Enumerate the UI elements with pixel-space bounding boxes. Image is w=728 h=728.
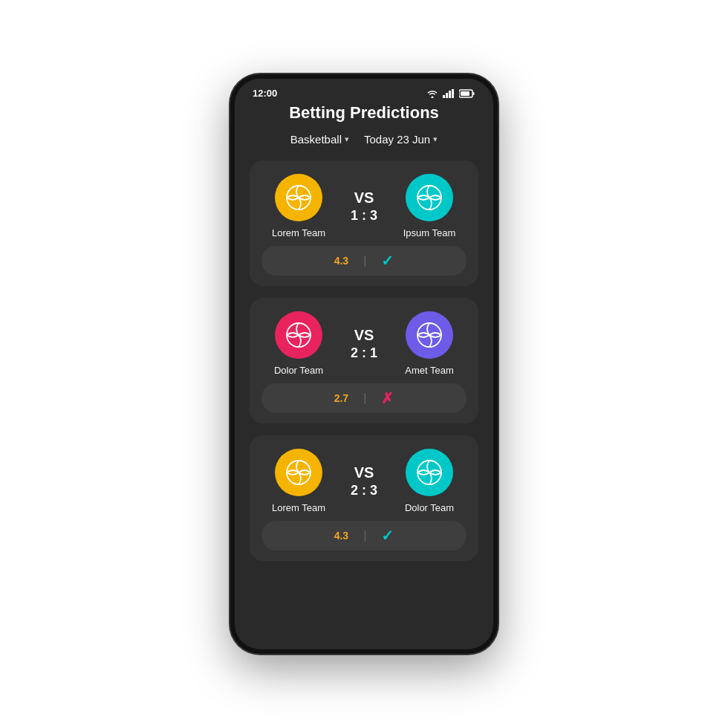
basketball-svg-6 — [415, 458, 444, 487]
team2-logo-match1 — [406, 174, 453, 221]
basketball-svg-4 — [415, 320, 444, 350]
screen-content: Betting Predictions Basketball ▾ Today 2… — [235, 103, 493, 649]
page-title: Betting Predictions — [250, 103, 478, 123]
basketball-svg-2 — [415, 183, 444, 212]
match-footer-1: 4.3 | ✓ — [261, 246, 467, 276]
status-icons — [426, 89, 475, 98]
score-match2: 2 : 1 — [351, 345, 377, 361]
basketball-svg-3 — [284, 320, 313, 350]
score-match1: 1 : 3 — [351, 208, 377, 224]
battery-icon — [459, 89, 475, 98]
divider-match2: | — [363, 391, 366, 405]
match-card-1: Lorem Team VS 1 : 3 — [250, 160, 478, 286]
team2-logo-match3 — [406, 449, 453, 496]
result-match2: ✗ — [381, 389, 394, 407]
match-list: Lorem Team VS 1 : 3 — [250, 160, 478, 561]
filters-row: Basketball ▾ Today 23 Jun ▾ — [250, 133, 478, 146]
match-teams-2: Dolor Team VS 2 : 1 — [261, 311, 467, 376]
match-teams-3: Lorem Team VS 2 : 3 — [261, 449, 467, 513]
team1-logo-match2 — [275, 311, 322, 359]
phone-frame: 12:00 Betting Pred — [230, 74, 498, 654]
team1-logo-match1 — [275, 174, 322, 221]
vs-label-match2: VS — [354, 327, 374, 344]
status-bar: 12:00 — [235, 79, 493, 103]
divider-match1: | — [363, 254, 366, 267]
match-footer-2: 2.7 | ✗ — [261, 383, 467, 413]
team1-match2: Dolor Team — [261, 311, 336, 376]
svg-rect-1 — [446, 93, 448, 98]
basketball-svg-5 — [284, 458, 313, 487]
team1-name-match1: Lorem Team — [272, 227, 325, 238]
svg-rect-2 — [449, 91, 451, 98]
signal-icon — [443, 89, 455, 98]
team2-match1: Ipsum Team — [392, 174, 467, 238]
team2-match2: Amet Team — [392, 311, 467, 376]
date-filter[interactable]: Today 23 Jun ▾ — [364, 133, 438, 146]
svg-rect-5 — [473, 92, 475, 95]
odds-match1: 4.3 — [334, 255, 348, 267]
team1-match3: Lorem Team — [261, 449, 336, 513]
status-time: 12:00 — [253, 88, 277, 99]
sport-chevron-icon: ▾ — [345, 134, 349, 144]
match-footer-3: 4.3 | ✓ — [261, 521, 467, 550]
team2-name-match2: Amet Team — [405, 365, 454, 376]
vs-score-match2: VS 2 : 1 — [351, 327, 377, 361]
odds-match2: 2.7 — [334, 392, 348, 404]
team2-name-match3: Dolor Team — [405, 502, 454, 513]
team2-match3: Dolor Team — [392, 449, 467, 513]
svg-rect-6 — [461, 91, 469, 96]
sport-filter[interactable]: Basketball ▾ — [290, 133, 349, 146]
vs-label-match1: VS — [354, 189, 374, 207]
odds-match3: 4.3 — [334, 530, 348, 542]
basketball-svg-1 — [284, 183, 313, 212]
wifi-icon — [426, 89, 438, 98]
result-match1: ✓ — [381, 252, 394, 270]
match-card-3: Lorem Team VS 2 : 3 — [250, 435, 478, 561]
divider-match3: | — [363, 529, 366, 542]
match-card-2: Dolor Team VS 2 : 1 — [250, 298, 478, 423]
sport-label: Basketball — [290, 133, 342, 146]
match-teams-1: Lorem Team VS 1 : 3 — [261, 174, 467, 238]
team1-name-match3: Lorem Team — [272, 502, 325, 513]
team1-name-match2: Dolor Team — [274, 365, 323, 376]
score-match3: 2 : 3 — [351, 483, 377, 498]
vs-score-match3: VS 2 : 3 — [351, 464, 377, 498]
svg-rect-0 — [443, 95, 445, 98]
team1-logo-match3 — [275, 449, 322, 496]
vs-score-match1: VS 1 : 3 — [351, 189, 377, 224]
svg-rect-3 — [452, 89, 454, 98]
team2-logo-match2 — [406, 311, 453, 359]
date-label: Today 23 Jun — [364, 133, 430, 146]
team2-name-match1: Ipsum Team — [403, 227, 456, 238]
date-chevron-icon: ▾ — [433, 134, 438, 144]
vs-label-match3: VS — [354, 464, 374, 481]
team1-match1: Lorem Team — [261, 174, 336, 238]
result-match3: ✓ — [381, 527, 394, 545]
